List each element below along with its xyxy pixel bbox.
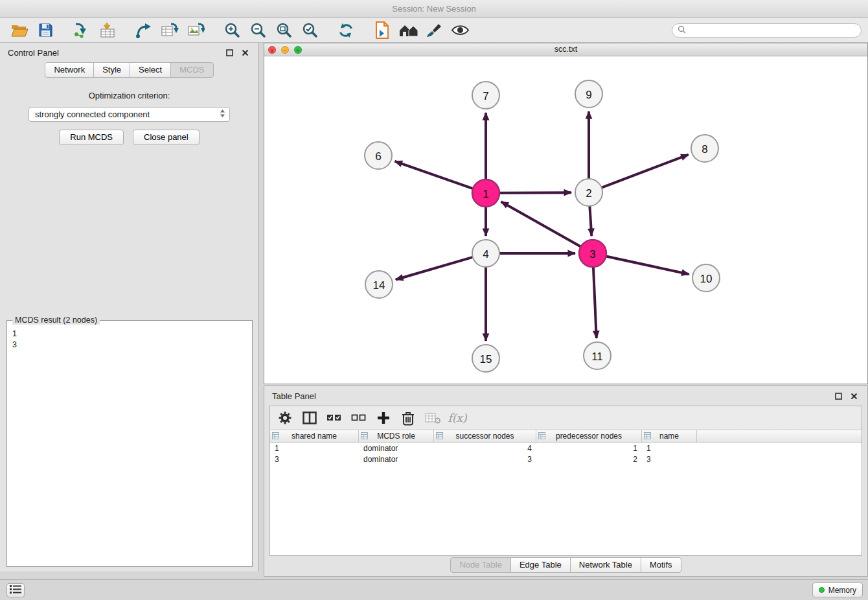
select-all-columns-icon[interactable]	[322, 408, 347, 428]
graph-node-10[interactable]: 10	[692, 264, 720, 292]
mcds-result-item[interactable]: 3	[12, 340, 247, 351]
graph-edge-2-3[interactable]	[589, 206, 591, 236]
network-graph-canvas[interactable]: 7968124314101511	[264, 56, 867, 383]
tab-edge-table[interactable]: Edge Table	[510, 557, 571, 573]
import-table-icon[interactable]	[95, 20, 120, 41]
graph-node-3[interactable]: 3	[579, 240, 606, 267]
table-row[interactable]: 3dominator323	[270, 454, 862, 465]
network-view-window: x – + scc.txt 7968124314101511	[264, 43, 868, 384]
column-header-label: predecessor nodes	[556, 432, 622, 441]
close-panel-icon[interactable]	[239, 47, 251, 58]
new-network-table-icon[interactable]	[157, 20, 183, 41]
tab-motifs[interactable]: Motifs	[641, 557, 681, 573]
tab-select[interactable]: Select	[130, 62, 171, 78]
graph-edge-3-11[interactable]	[593, 267, 597, 338]
node-label: 15	[480, 353, 492, 365]
graph-node-2[interactable]: 2	[575, 179, 602, 206]
table-row[interactable]: 1dominator411	[270, 443, 862, 454]
column-header-name[interactable]: name	[642, 430, 697, 442]
column-header-predecessor-nodes[interactable]: predecessor nodes	[536, 430, 642, 442]
close-table-panel-icon[interactable]	[848, 390, 860, 402]
table-cell: dominator	[359, 444, 434, 453]
control-panel-title: Control Panel	[8, 48, 59, 58]
graph-node-6[interactable]: 6	[365, 142, 392, 169]
show-columns-icon[interactable]	[297, 408, 322, 428]
graph-node-15[interactable]: 15	[472, 345, 499, 372]
graph-node-8[interactable]: 8	[691, 135, 718, 162]
graph-node-11[interactable]: 11	[584, 342, 611, 369]
table-cell: dominator	[359, 455, 434, 464]
graph-edge-1-2[interactable]	[499, 192, 571, 193]
search-field[interactable]	[672, 23, 862, 38]
status-bar: Memory	[0, 579, 868, 600]
float-panel-icon[interactable]	[223, 47, 235, 58]
graph-node-9[interactable]: 9	[575, 80, 602, 108]
column-header-successor-nodes[interactable]: successor nodes	[434, 430, 536, 442]
apply-style-icon[interactable]	[421, 20, 447, 41]
table-column-headers: shared nameMCDS rolesuccessor nodesprede…	[270, 430, 862, 443]
graph-edge-3-10[interactable]	[606, 256, 689, 274]
control-panel: Control Panel NetworkStyleSelectMCDS Opt…	[0, 43, 259, 571]
graph-edge-3-1[interactable]	[501, 202, 581, 246]
column-header-label: name	[659, 432, 679, 441]
network-from-url-icon[interactable]	[131, 20, 157, 41]
home-overview-icon[interactable]	[395, 20, 421, 41]
delete-table-icon[interactable]	[420, 408, 445, 428]
run-mcds-button[interactable]: Run MCDS	[59, 130, 124, 145]
save-session-icon[interactable]	[32, 20, 58, 41]
tab-style[interactable]: Style	[93, 62, 130, 78]
import-network-icon[interactable]	[69, 20, 95, 41]
table-gear-icon[interactable]	[273, 408, 297, 428]
float-table-panel-icon[interactable]	[832, 390, 844, 402]
node-label: 4	[483, 248, 488, 260]
zoom-selected-icon[interactable]	[297, 20, 323, 41]
minimize-window-icon[interactable]: –	[281, 46, 289, 54]
graph-node-7[interactable]: 7	[472, 82, 499, 109]
search-input[interactable]	[689, 26, 856, 35]
tab-network[interactable]: Network	[45, 62, 94, 78]
export-image-icon[interactable]	[183, 20, 209, 41]
zoom-out-icon[interactable]	[245, 20, 271, 41]
open-file-icon[interactable]	[6, 20, 32, 41]
export-network-icon[interactable]	[369, 20, 395, 41]
maximize-window-icon[interactable]: +	[294, 46, 302, 54]
graph-node-1[interactable]: 1	[472, 179, 499, 207]
mcds-result-item[interactable]: 1	[12, 329, 247, 340]
column-header-shared-name[interactable]: shared name	[270, 430, 359, 442]
status-menu-button[interactable]	[6, 583, 25, 597]
show-details-icon[interactable]	[447, 20, 473, 41]
refresh-view-icon[interactable]	[333, 20, 359, 41]
graph-node-4[interactable]: 4	[472, 240, 499, 267]
graph-edge-2-8[interactable]	[602, 155, 689, 188]
node-label: 1	[483, 188, 488, 200]
graph-edge-1-6[interactable]	[394, 161, 473, 189]
add-row-icon[interactable]	[371, 408, 396, 428]
control-panel-header: Control Panel	[0, 43, 258, 62]
graph-edge-4-14[interactable]	[396, 257, 473, 280]
delete-row-icon[interactable]	[396, 408, 420, 428]
close-window-icon[interactable]: x	[268, 46, 276, 54]
close-panel-button[interactable]: Close panel	[133, 130, 200, 145]
dropdown-stepper-icon	[220, 109, 225, 120]
control-panel-tabs: NetworkStyleSelectMCDS	[0, 62, 258, 78]
function-builder-icon[interactable]: f(x)	[445, 408, 470, 428]
search-icon	[678, 25, 686, 36]
tab-node-table[interactable]: Node Table	[450, 557, 511, 573]
criterion-selected-value: strongly connected component	[35, 110, 220, 119]
table-panel-title: Table Panel	[272, 391, 316, 401]
table-cell: 1	[642, 444, 697, 453]
column-header-label: MCDS role	[377, 432, 415, 441]
table-cell: 3	[270, 455, 359, 464]
zoom-in-icon[interactable]	[219, 20, 245, 41]
deselect-all-columns-icon[interactable]	[347, 408, 371, 428]
zoom-fit-icon[interactable]	[271, 20, 297, 41]
graph-node-14[interactable]: 14	[365, 271, 393, 298]
memory-button[interactable]: Memory	[812, 583, 863, 597]
tab-mcds[interactable]: MCDS	[170, 62, 213, 78]
column-header-MCDS-role[interactable]: MCDS role	[359, 430, 434, 442]
tab-network-table[interactable]: Network Table	[570, 557, 641, 573]
column-attribute-icon	[272, 432, 279, 441]
criterion-dropdown[interactable]: strongly connected component	[29, 107, 230, 122]
node-label: 9	[586, 89, 591, 101]
table-rows: 1dominator4113dominator323	[270, 443, 862, 465]
